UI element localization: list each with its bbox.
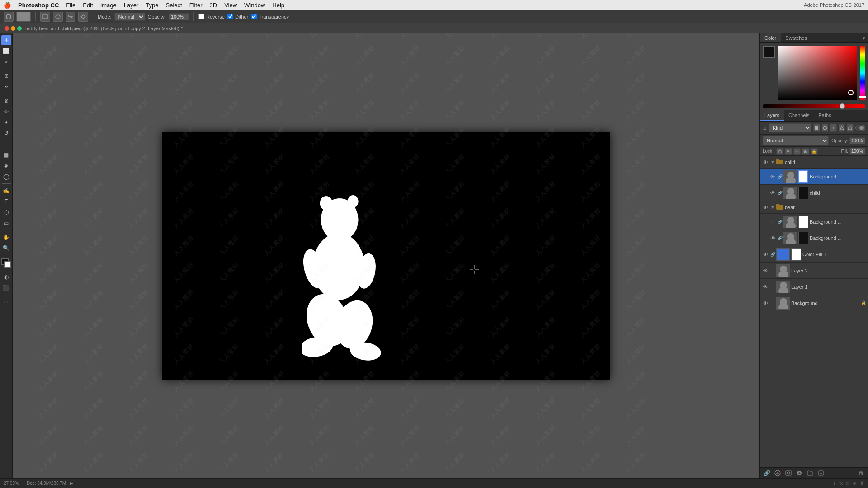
add-mask-btn[interactable] xyxy=(784,469,793,477)
circle-btn[interactable] xyxy=(53,12,63,22)
eye-background[interactable]: 👁 xyxy=(762,300,769,307)
menu-window[interactable]: Window xyxy=(244,2,265,9)
pixel-filter-btn[interactable] xyxy=(813,124,820,132)
tab-layers[interactable]: Layers xyxy=(760,110,784,121)
layer-group-child[interactable]: 👁 ▼ child xyxy=(760,156,868,169)
tab-swatches[interactable]: Swatches xyxy=(781,33,811,42)
type-tool[interactable]: T xyxy=(1,197,11,206)
history-brush-tool[interactable]: ↺ xyxy=(1,128,11,138)
path-select-tool[interactable]: ⬡ xyxy=(1,207,11,217)
clone-stamp-tool[interactable]: ✦ xyxy=(1,117,11,127)
eyedropper-tool[interactable]: ✒ xyxy=(1,82,11,92)
lock-position-btn[interactable]: ✛ xyxy=(793,148,801,155)
eye-bg-copy2[interactable]: 👁 xyxy=(769,173,776,180)
menu-file[interactable]: File xyxy=(66,2,75,9)
new-fill-layer-btn[interactable] xyxy=(795,469,803,477)
zoom-tool[interactable]: 🔍 xyxy=(1,243,11,253)
layer-bg-copy0[interactable]: 👁 🔗 Background ... xyxy=(760,230,868,246)
diamond-btn[interactable] xyxy=(78,12,88,22)
crop-tool[interactable]: ⊞ xyxy=(1,71,11,81)
layer-kind-select[interactable]: Kind Name Effect Mode Attribute Color Sm… xyxy=(769,123,811,132)
chain-bg-copy2[interactable]: 🔗 xyxy=(778,174,782,180)
adjust-filter-btn[interactable] xyxy=(822,124,829,132)
eraser-tool[interactable]: ◻ xyxy=(1,139,11,149)
marquee-tool[interactable]: ⬜ xyxy=(1,46,11,56)
shape-tool[interactable]: ▭ xyxy=(1,218,11,228)
mode-select[interactable]: Normal Multiply Screen Overlay xyxy=(114,13,145,21)
opacity-input[interactable] xyxy=(169,13,189,20)
layer-color-fill1[interactable]: 👁 🔗 Color Fill 1 xyxy=(760,246,868,263)
pen-tool[interactable]: ✍ xyxy=(1,186,11,196)
hand-tool[interactable]: ✋ xyxy=(1,232,11,242)
quick-mask-btn[interactable]: ◐ xyxy=(1,272,11,282)
chain-bg-copy0[interactable]: 🔗 xyxy=(778,235,782,241)
color-swatch-area[interactable] xyxy=(1,258,11,268)
tab-channels[interactable]: Channels xyxy=(784,110,814,121)
fill-value-input[interactable] xyxy=(849,148,865,155)
lock-artboard-btn[interactable]: ⊞ xyxy=(802,148,809,155)
menu-filter[interactable]: Filter xyxy=(189,2,203,9)
menu-3d[interactable]: 3D xyxy=(210,2,217,9)
color-panel-collapse[interactable]: ▼ xyxy=(860,36,868,41)
new-group-btn[interactable] xyxy=(806,469,814,477)
menu-type[interactable]: Type xyxy=(146,2,158,9)
add-style-btn[interactable] xyxy=(774,469,782,477)
reverse-checkbox[interactable] xyxy=(198,14,204,19)
expand-child-group[interactable]: ▼ xyxy=(770,160,775,164)
smart-filter-btn[interactable] xyxy=(847,124,854,132)
tab-color[interactable]: Color xyxy=(760,33,781,42)
minimize-dot[interactable] xyxy=(11,26,15,31)
layer-layer2[interactable]: 👁 Layer 2 xyxy=(760,263,868,279)
foreground-color-swatch[interactable] xyxy=(763,46,775,58)
eye-child-layer[interactable]: 👁 xyxy=(769,189,776,197)
apple-menu[interactable]: 🍎 xyxy=(4,2,11,9)
hue-slider[interactable] xyxy=(860,46,865,100)
eye-layer2[interactable]: 👁 xyxy=(762,267,769,274)
doc-info-arrow[interactable]: ▶ xyxy=(70,481,73,486)
lock-pixels-btn[interactable]: ✏ xyxy=(785,148,792,155)
dodge-tool[interactable]: ◯ xyxy=(1,172,11,182)
expand-bear-group[interactable]: ▼ xyxy=(770,205,775,210)
menu-edit[interactable]: Edit xyxy=(83,2,93,9)
eye-color-fill1[interactable]: 👁 xyxy=(762,251,769,258)
new-layer-btn[interactable] xyxy=(817,469,825,477)
menu-image[interactable]: Image xyxy=(100,2,117,9)
menu-layer[interactable]: Layer xyxy=(124,2,139,9)
move-tool[interactable]: ✛ xyxy=(1,35,11,45)
type-filter-btn[interactable]: T xyxy=(830,124,837,132)
gradient-tool[interactable]: ▦ xyxy=(1,150,11,160)
layer-child[interactable]: 👁 🔗 child xyxy=(760,185,868,201)
chain-child[interactable]: 🔗 xyxy=(778,190,782,196)
shape-filter-btn[interactable] xyxy=(839,124,845,132)
close-dot[interactable] xyxy=(5,26,9,31)
layer-group-bear[interactable]: 👁 ▼ bear xyxy=(760,201,868,214)
delete-layer-btn[interactable]: 🗑 xyxy=(857,469,865,477)
lasso-tool[interactable]: ⌖ xyxy=(1,57,11,67)
maximize-dot[interactable] xyxy=(17,26,22,31)
eye-bg-copy0[interactable]: 👁 xyxy=(769,235,776,242)
eye-bg-copy1[interactable]: 👁 xyxy=(769,218,776,225)
tab-paths[interactable]: Paths xyxy=(814,110,836,121)
brush-icon[interactable] xyxy=(4,12,14,22)
chain-color-fill1[interactable]: 🔗 xyxy=(770,251,775,258)
transparency-checkbox[interactable] xyxy=(251,14,257,19)
layer-bg-copy1[interactable]: 👁 🔗 Background ... xyxy=(760,214,868,230)
blur-tool[interactable]: ◈ xyxy=(1,161,11,171)
chain-bg-copy1[interactable]: 🔗 xyxy=(778,219,782,225)
color-value-slider[interactable] xyxy=(763,104,865,108)
screen-mode-btn[interactable]: ⬛ xyxy=(1,283,11,293)
eye-bear-group[interactable]: 👁 xyxy=(762,204,769,211)
filter-toggle[interactable] xyxy=(855,125,865,131)
eye-layer1[interactable]: 👁 xyxy=(762,283,769,291)
lock-transparency-btn[interactable] xyxy=(776,148,783,155)
link-layers-btn[interactable]: 🔗 xyxy=(763,469,771,477)
rect-btn[interactable] xyxy=(40,12,50,22)
eye-child-group[interactable]: 👁 xyxy=(762,159,769,166)
layer-layer1[interactable]: 👁 Layer 1 xyxy=(760,279,868,295)
brush-swatch[interactable] xyxy=(16,12,31,22)
brush-tool[interactable]: ✏ xyxy=(1,107,11,117)
menu-help[interactable]: Help xyxy=(272,2,284,9)
layer-background[interactable]: 👁 Background 🔒 xyxy=(760,295,868,311)
color-gradient[interactable] xyxy=(778,46,857,100)
layer-background-copy2[interactable]: 👁 🔗 Background ... xyxy=(760,169,868,185)
